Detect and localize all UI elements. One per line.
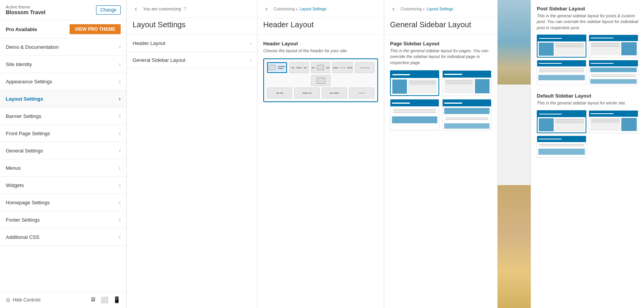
- panel-layout-top-bar: ‹ You are customizing ?: [127, 0, 257, 18]
- header-option-2[interactable]: [289, 62, 309, 73]
- change-theme-button[interactable]: Change: [96, 5, 121, 15]
- header-option-1[interactable]: [267, 62, 287, 73]
- desktop-icon[interactable]: 🖥: [90, 296, 96, 303]
- chevron-right-icon: ›: [119, 96, 121, 102]
- chevron-right-icon: ›: [119, 61, 121, 67]
- view-pro-button[interactable]: VIEW PRO THEME: [70, 24, 121, 34]
- page-sidebar-option-left[interactable]: [390, 70, 439, 96]
- chevron-right-icon: ›: [119, 147, 121, 154]
- panel-sidebar-title: General Sidebar Layout: [384, 18, 497, 35]
- active-theme-label: Active theme: [6, 5, 46, 9]
- chevron-right-icon: ›: [119, 165, 121, 171]
- hide-controls-button[interactable]: ⊙ Hide Controls: [6, 297, 41, 303]
- page-sidebar-option-none[interactable]: [390, 99, 439, 131]
- sidebar-item-menus[interactable]: Menus ›: [0, 159, 126, 177]
- chevron-right-icon: ›: [250, 40, 251, 46]
- default-sidebar-right[interactable]: [589, 110, 638, 133]
- footer-icons: 🖥 ⬜ 📱: [90, 296, 121, 303]
- post-sidebar-section-desc: This is the general sidebar layout for p…: [537, 13, 638, 31]
- sidebar-item-widgets[interactable]: Widgets ›: [0, 177, 126, 194]
- sidebar-nav: Demo & Documentation › Site Identity › A…: [0, 38, 126, 291]
- default-sidebar-section-title: Default Sidebar Layout: [537, 93, 638, 99]
- header-option-10[interactable]: [349, 88, 374, 98]
- page-sidebar-grid: [390, 70, 491, 131]
- breadcrumb: Customizing ▸ Layout Settings: [274, 7, 326, 11]
- right-panel: Post Sidebar Layout This is the general …: [531, 0, 644, 308]
- main-area: ‹ You are customizing ? Layout Settings …: [127, 0, 644, 308]
- panel-layout-back-button[interactable]: ‹: [133, 5, 139, 13]
- pro-banner: Pro Available VIEW PRO THEME: [0, 20, 126, 38]
- panel-nav-general-sidebar[interactable]: General Sidebar Layout ›: [127, 52, 257, 69]
- default-sidebar-left[interactable]: [537, 110, 586, 133]
- panel-sidebar-top-bar: ‹ Customizing ▸ Layout Settings: [384, 0, 497, 18]
- sidebar-item-homepage[interactable]: Homepage Settings ›: [0, 194, 126, 211]
- panels-container: ‹ You are customizing ? Layout Settings …: [127, 0, 498, 308]
- chevron-right-icon: ›: [119, 234, 121, 240]
- header-option-row-3: [267, 88, 374, 98]
- header-option-7[interactable]: [267, 88, 292, 98]
- panel-header-title: Header Layout: [257, 18, 384, 35]
- header-layout-section-desc: Choose the layout of the header for your…: [263, 48, 378, 54]
- default-sidebar-grid: [537, 110, 638, 158]
- page-sidebar-section: Page Sidebar Layout This is the general …: [384, 35, 497, 136]
- page-sidebar-option-right[interactable]: [442, 70, 491, 96]
- sidebar-header: Active theme Blossom Travel Change: [0, 0, 126, 20]
- page-sidebar-desc: This is the general sidebar layout for p…: [390, 48, 491, 66]
- chevron-right-icon: ›: [119, 130, 121, 136]
- chevron-right-icon: ›: [119, 199, 121, 205]
- post-sidebar-left[interactable]: [537, 35, 586, 58]
- hide-icon: ⊙: [6, 297, 10, 303]
- header-layout-section-title: Header Layout: [263, 41, 378, 46]
- header-layout-options: [263, 58, 378, 102]
- header-option-3[interactable]: [311, 62, 330, 73]
- chevron-right-icon: ›: [119, 78, 121, 84]
- post-sidebar-section: Post Sidebar Layout This is the general …: [537, 6, 638, 85]
- help-icon[interactable]: ?: [183, 6, 186, 12]
- default-sidebar-none[interactable]: [537, 136, 586, 158]
- header-option-8[interactable]: [294, 88, 319, 98]
- panel-header-back-button[interactable]: ‹: [263, 5, 270, 13]
- sidebar-item-footer[interactable]: Footer Settings ›: [0, 211, 126, 229]
- page-sidebar-option-both[interactable]: [442, 99, 491, 131]
- sidebar-item-additional-css[interactable]: Additional CSS ›: [0, 229, 126, 246]
- breadcrumb-sidebar: Customizing ▸ Layout Settings: [400, 7, 453, 11]
- header-option-5[interactable]: [355, 62, 374, 73]
- panel-layout-settings: ‹ You are customizing ? Layout Settings …: [127, 0, 257, 308]
- post-sidebar-both[interactable]: [589, 60, 638, 85]
- default-sidebar-section: Default Sidebar Layout This is the gener…: [537, 93, 638, 157]
- panel-general-sidebar: ‹ Customizing ▸ Layout Settings General …: [384, 0, 498, 308]
- post-sidebar-right[interactable]: [589, 35, 638, 58]
- sidebar-item-site-identity[interactable]: Site Identity ›: [0, 56, 126, 73]
- header-option-9[interactable]: [322, 88, 347, 98]
- panel-header-layout: ‹ Customizing ▸ Layout Settings Header L…: [257, 0, 384, 308]
- chevron-right-icon: ›: [119, 217, 121, 223]
- panel-header-top-bar: ‹ Customizing ▸ Layout Settings: [257, 0, 384, 18]
- you-are-customizing: You are customizing ?: [143, 6, 186, 12]
- chevron-right-icon: ›: [119, 182, 121, 188]
- page-sidebar-title: Page Sidebar Layout: [390, 41, 491, 46]
- sidebar-item-demo[interactable]: Demo & Documentation ›: [0, 38, 126, 56]
- chevron-right-icon: ›: [250, 57, 251, 63]
- sidebar-item-banner[interactable]: Banner Settings ›: [0, 108, 126, 125]
- mobile-icon[interactable]: 📱: [113, 296, 121, 303]
- sidebar-item-appearance[interactable]: Appearance Settings ›: [0, 73, 126, 90]
- sidebar-item-layout[interactable]: Layout Settings ›: [0, 90, 126, 108]
- header-layout-section: Header Layout Choose the layout of the h…: [257, 35, 384, 108]
- chevron-right-icon: ›: [119, 44, 121, 50]
- sidebar-footer: ⊙ Hide Controls 🖥 ⬜ 📱: [0, 291, 126, 308]
- post-sidebar-none[interactable]: [537, 60, 586, 85]
- sidebar-item-front-page[interactable]: Front Page Settings ›: [0, 125, 126, 142]
- header-option-row-1: [267, 62, 374, 73]
- post-sidebar-grid: [537, 35, 638, 85]
- active-theme-name: Blossom Travel: [6, 9, 46, 15]
- tablet-icon[interactable]: ⬜: [101, 296, 108, 303]
- default-sidebar-section-desc: This is the general sidebar layout for w…: [537, 100, 638, 106]
- header-option-6[interactable]: [311, 75, 330, 86]
- panel-sidebar-back-button[interactable]: ‹: [390, 5, 397, 13]
- sidebar-item-general[interactable]: General Settings ›: [0, 142, 126, 159]
- left-sidebar: Active theme Blossom Travel Change Pro A…: [0, 0, 127, 308]
- panel-nav-header-layout[interactable]: Header Layout ›: [127, 35, 257, 52]
- panel-layout-title: Layout Settings: [127, 18, 257, 35]
- chevron-right-icon: ›: [119, 113, 121, 119]
- header-option-4[interactable]: [332, 62, 353, 73]
